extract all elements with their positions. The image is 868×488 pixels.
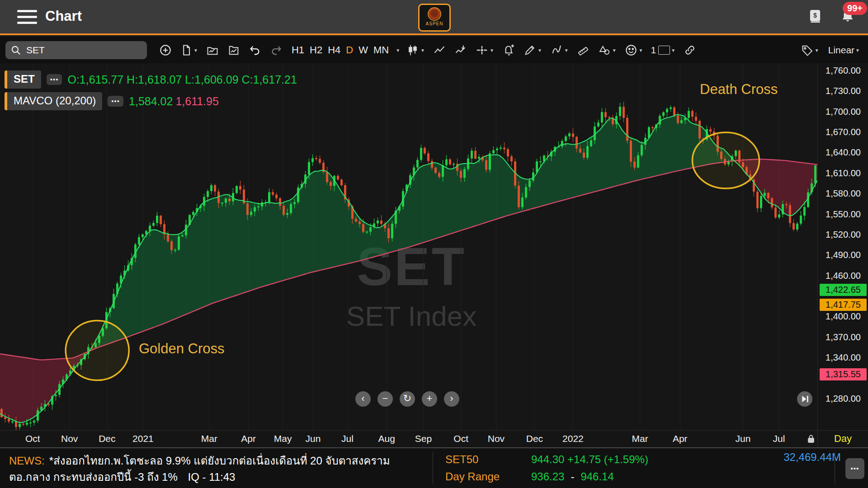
quote-volume: 32,469.44M (783, 451, 841, 464)
time-tick-2021: 2021 (132, 433, 154, 444)
svg-text:$: $ (813, 12, 817, 19)
news-time: IQ - 11:43 (188, 471, 235, 483)
quote-symbol: SET50 (445, 453, 531, 466)
money-book-icon[interactable]: $ (807, 7, 823, 25)
footer-divider (433, 452, 433, 484)
timeframe-h2[interactable]: H2 (307, 42, 325, 58)
chart-canvas[interactable]: SET SET Index SET ••• O:1,615.77 H:1,618… (0, 63, 817, 430)
range-low: 936.23 (531, 470, 564, 483)
time-tick-sep: Sep (415, 433, 432, 444)
ruler-button[interactable] (575, 42, 592, 58)
notifications-bell-icon[interactable]: 99+ (840, 7, 855, 25)
skip-to-latest-button[interactable] (797, 391, 812, 407)
time-axis[interactable]: OctNovDec2021MarAprMayJunJulAugSepOctNov… (0, 430, 817, 447)
ma200-value: 1,611.95 (175, 95, 218, 108)
layout-button[interactable]: 1 ▼ (649, 43, 678, 57)
time-tick-may: May (274, 433, 292, 444)
chevron-down-icon: ▼ (815, 48, 819, 53)
price-tick: 1,400.00 (818, 311, 868, 322)
price-tick: 1,520.00 (818, 230, 868, 240)
time-tick-jul: Jul (341, 433, 354, 444)
chevron-down-icon: ▼ (612, 48, 617, 53)
zoom-out-button[interactable]: − (377, 391, 393, 407)
price-tick: 1,640.00 (818, 147, 868, 158)
notification-badge: 99+ (843, 2, 867, 15)
aspen-logo-text: ASPEN (420, 21, 449, 26)
footer-bar: NEWS:*ส่งออกไทยก.พ.โตชะลอ 9.9% แต่ยังบวก… (0, 447, 868, 488)
price-tick: 1,340.00 (818, 352, 868, 363)
indicator-more-button[interactable]: ••• (108, 96, 123, 107)
price-tick: 1,460.00 (818, 271, 868, 281)
range-label: Day Range (445, 470, 531, 483)
price-flag: 1,417.75 (820, 299, 867, 311)
wave-pattern-button[interactable]: ▼ (548, 42, 571, 58)
chevron-down-icon: ▼ (420, 48, 425, 53)
pan-right-button[interactable]: › (444, 391, 459, 407)
undo-button[interactable] (246, 42, 264, 58)
chevron-down-icon: ▼ (639, 48, 643, 53)
timeframe-h1[interactable]: H1 (289, 42, 307, 58)
time-tick-jun: Jun (736, 433, 751, 444)
top-bar: Chart ASPEN $ 99+ (0, 0, 868, 35)
timeframe-w[interactable]: W (356, 42, 371, 58)
time-tick-dec: Dec (526, 433, 543, 444)
price-flag: 1,315.55 (820, 368, 867, 380)
symbol-search[interactable] (5, 41, 147, 59)
draw-pencil-button[interactable]: ▼ (521, 42, 544, 58)
line-chart-button[interactable] (431, 42, 448, 58)
time-tick-apr: Apr (673, 433, 688, 444)
symbol-more-button[interactable]: ••• (47, 74, 62, 85)
price-tick: 1,280.00 (818, 394, 868, 404)
time-tick-mar: Mar (632, 433, 648, 444)
symbol-chip[interactable]: SET (5, 70, 41, 89)
alert-button[interactable] (500, 42, 517, 59)
candlestick-chart (0, 63, 817, 430)
ma20-value: 1,584.02 (129, 95, 173, 108)
time-tick-2022: 2022 (562, 433, 584, 444)
new-document-button[interactable]: ▼ (178, 42, 200, 58)
save-template-button[interactable] (225, 42, 242, 58)
zoom-in-button[interactable]: + (422, 391, 437, 407)
news-label: NEWS: (9, 455, 45, 467)
toolbar-icons: ▼ H1H2H4DWMN ▼ ▼ (157, 42, 799, 59)
timeframe-d[interactable]: D (343, 42, 356, 58)
timeframe-more-chevron-icon[interactable]: ▼ (396, 48, 400, 53)
layout-box-icon (658, 46, 670, 55)
ohlc-readout: O:1,615.77 H:1,618.07 L:1,606.09 C:1,617… (67, 73, 297, 86)
tag-button[interactable]: ▼ (799, 42, 821, 58)
time-tick-nov: Nov (61, 433, 78, 444)
reset-view-button[interactable]: ↻ (400, 391, 415, 407)
range-high: 946.14 (580, 470, 613, 483)
price-axis[interactable]: 1,760.001,730.001,700.001,670.001,640.00… (817, 63, 868, 430)
timeframe-mn[interactable]: MN (371, 42, 392, 58)
scale-selector[interactable]: Linear ▼ (825, 43, 862, 57)
footer-more-button[interactable]: ••• (845, 458, 864, 479)
chart-type-button[interactable]: ▼ (404, 42, 427, 59)
chart-app: Chart ASPEN $ 99+ (0, 0, 868, 488)
link-button[interactable] (681, 42, 698, 58)
news-ticker[interactable]: NEWS:*ส่งออกไทยก.พ.โตชะลอ 9.9% แต่ยังบวก… (9, 453, 429, 485)
indicator-chip[interactable]: MAVCO (20,200) (5, 92, 102, 110)
lock-icon[interactable] (806, 433, 816, 444)
price-tick: 1,550.00 (818, 209, 868, 220)
shapes-button[interactable]: ▼ (596, 42, 618, 58)
hamburger-menu-icon[interactable] (17, 10, 37, 25)
layout-count: 1 (651, 45, 656, 56)
pan-left-button[interactable]: ‹ (355, 391, 371, 407)
chevron-down-icon: ▼ (490, 48, 494, 53)
timeframe-day-label[interactable]: Day (818, 433, 868, 445)
open-template-button[interactable] (204, 42, 221, 58)
add-chart-button[interactable] (157, 42, 174, 59)
indicator-button[interactable] (452, 42, 469, 58)
emoji-button[interactable]: ▼ (623, 42, 645, 59)
crosshair-button[interactable]: ▼ (473, 42, 496, 58)
legend-row-symbol: SET ••• O:1,615.77 H:1,618.07 L:1,606.09… (5, 70, 297, 89)
redo-button[interactable] (268, 42, 285, 58)
timeframe-h4[interactable]: H4 (325, 42, 343, 58)
time-tick-oct: Oct (453, 433, 468, 444)
time-tick-nov: Nov (488, 433, 505, 444)
price-tick: 1,610.00 (818, 168, 868, 178)
price-flag: 1,422.65 (820, 284, 867, 296)
search-input[interactable] (26, 45, 139, 56)
price-tick: 1,670.00 (818, 127, 868, 137)
